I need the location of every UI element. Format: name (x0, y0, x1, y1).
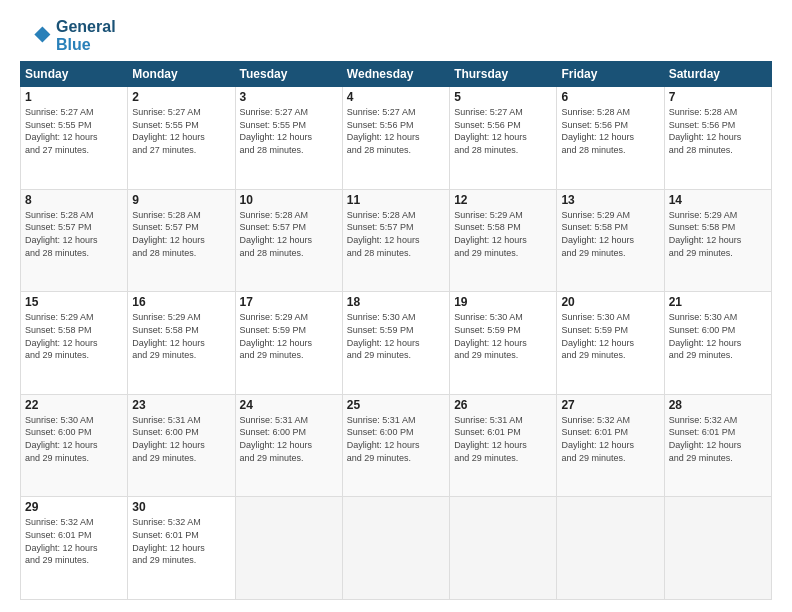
calendar-day-cell: 28Sunrise: 5:32 AM Sunset: 6:01 PM Dayli… (664, 394, 771, 497)
day-number: 7 (669, 90, 767, 104)
calendar-day-cell: 10Sunrise: 5:28 AM Sunset: 5:57 PM Dayli… (235, 189, 342, 292)
calendar-day-cell (342, 497, 449, 600)
day-info: Sunrise: 5:30 AM Sunset: 6:00 PM Dayligh… (669, 311, 767, 361)
calendar-day-cell: 17Sunrise: 5:29 AM Sunset: 5:59 PM Dayli… (235, 292, 342, 395)
day-number: 18 (347, 295, 445, 309)
page: General Blue SundayMondayTuesdayWednesda… (0, 0, 792, 612)
logo-icon (20, 20, 52, 52)
weekday-header-cell: Tuesday (235, 62, 342, 87)
day-info: Sunrise: 5:28 AM Sunset: 5:56 PM Dayligh… (561, 106, 659, 156)
day-info: Sunrise: 5:29 AM Sunset: 5:58 PM Dayligh… (132, 311, 230, 361)
calendar-day-cell: 16Sunrise: 5:29 AM Sunset: 5:58 PM Dayli… (128, 292, 235, 395)
calendar-day-cell: 20Sunrise: 5:30 AM Sunset: 5:59 PM Dayli… (557, 292, 664, 395)
calendar-day-cell: 18Sunrise: 5:30 AM Sunset: 5:59 PM Dayli… (342, 292, 449, 395)
day-number: 27 (561, 398, 659, 412)
calendar-day-cell: 30Sunrise: 5:32 AM Sunset: 6:01 PM Dayli… (128, 497, 235, 600)
calendar-day-cell: 6Sunrise: 5:28 AM Sunset: 5:56 PM Daylig… (557, 87, 664, 190)
weekday-header-cell: Thursday (450, 62, 557, 87)
day-number: 28 (669, 398, 767, 412)
calendar-day-cell: 8Sunrise: 5:28 AM Sunset: 5:57 PM Daylig… (21, 189, 128, 292)
logo-text: General Blue (56, 18, 116, 53)
day-info: Sunrise: 5:30 AM Sunset: 5:59 PM Dayligh… (561, 311, 659, 361)
day-number: 26 (454, 398, 552, 412)
weekday-header-row: SundayMondayTuesdayWednesdayThursdayFrid… (21, 62, 772, 87)
day-info: Sunrise: 5:27 AM Sunset: 5:55 PM Dayligh… (240, 106, 338, 156)
calendar-day-cell (450, 497, 557, 600)
day-number: 25 (347, 398, 445, 412)
day-number: 1 (25, 90, 123, 104)
day-info: Sunrise: 5:28 AM Sunset: 5:57 PM Dayligh… (240, 209, 338, 259)
calendar-day-cell: 13Sunrise: 5:29 AM Sunset: 5:58 PM Dayli… (557, 189, 664, 292)
day-number: 21 (669, 295, 767, 309)
calendar-week-row: 1Sunrise: 5:27 AM Sunset: 5:55 PM Daylig… (21, 87, 772, 190)
day-info: Sunrise: 5:31 AM Sunset: 6:00 PM Dayligh… (347, 414, 445, 464)
day-info: Sunrise: 5:32 AM Sunset: 6:01 PM Dayligh… (25, 516, 123, 566)
day-number: 9 (132, 193, 230, 207)
calendar-day-cell: 26Sunrise: 5:31 AM Sunset: 6:01 PM Dayli… (450, 394, 557, 497)
day-number: 23 (132, 398, 230, 412)
calendar-day-cell (664, 497, 771, 600)
day-number: 2 (132, 90, 230, 104)
logo: General Blue (20, 18, 116, 53)
weekday-header-cell: Friday (557, 62, 664, 87)
day-number: 24 (240, 398, 338, 412)
svg-marker-1 (34, 26, 50, 42)
day-number: 12 (454, 193, 552, 207)
calendar-day-cell: 22Sunrise: 5:30 AM Sunset: 6:00 PM Dayli… (21, 394, 128, 497)
day-number: 16 (132, 295, 230, 309)
calendar-week-row: 15Sunrise: 5:29 AM Sunset: 5:58 PM Dayli… (21, 292, 772, 395)
day-number: 13 (561, 193, 659, 207)
day-number: 15 (25, 295, 123, 309)
day-number: 8 (25, 193, 123, 207)
day-info: Sunrise: 5:31 AM Sunset: 6:00 PM Dayligh… (132, 414, 230, 464)
weekday-header-cell: Monday (128, 62, 235, 87)
calendar-day-cell: 25Sunrise: 5:31 AM Sunset: 6:00 PM Dayli… (342, 394, 449, 497)
day-info: Sunrise: 5:30 AM Sunset: 5:59 PM Dayligh… (454, 311, 552, 361)
weekday-header-cell: Saturday (664, 62, 771, 87)
day-info: Sunrise: 5:29 AM Sunset: 5:58 PM Dayligh… (669, 209, 767, 259)
calendar-day-cell: 11Sunrise: 5:28 AM Sunset: 5:57 PM Dayli… (342, 189, 449, 292)
day-info: Sunrise: 5:31 AM Sunset: 6:00 PM Dayligh… (240, 414, 338, 464)
calendar-day-cell (557, 497, 664, 600)
calendar-day-cell: 12Sunrise: 5:29 AM Sunset: 5:58 PM Dayli… (450, 189, 557, 292)
calendar-day-cell: 29Sunrise: 5:32 AM Sunset: 6:01 PM Dayli… (21, 497, 128, 600)
calendar-week-row: 22Sunrise: 5:30 AM Sunset: 6:00 PM Dayli… (21, 394, 772, 497)
day-number: 10 (240, 193, 338, 207)
calendar-day-cell: 2Sunrise: 5:27 AM Sunset: 5:55 PM Daylig… (128, 87, 235, 190)
calendar-day-cell: 19Sunrise: 5:30 AM Sunset: 5:59 PM Dayli… (450, 292, 557, 395)
calendar-day-cell: 27Sunrise: 5:32 AM Sunset: 6:01 PM Dayli… (557, 394, 664, 497)
calendar-day-cell: 1Sunrise: 5:27 AM Sunset: 5:55 PM Daylig… (21, 87, 128, 190)
calendar-day-cell: 14Sunrise: 5:29 AM Sunset: 5:58 PM Dayli… (664, 189, 771, 292)
calendar-day-cell: 21Sunrise: 5:30 AM Sunset: 6:00 PM Dayli… (664, 292, 771, 395)
calendar-day-cell: 7Sunrise: 5:28 AM Sunset: 5:56 PM Daylig… (664, 87, 771, 190)
day-number: 11 (347, 193, 445, 207)
weekday-header-cell: Sunday (21, 62, 128, 87)
calendar-table: SundayMondayTuesdayWednesdayThursdayFrid… (20, 61, 772, 600)
calendar-day-cell: 9Sunrise: 5:28 AM Sunset: 5:57 PM Daylig… (128, 189, 235, 292)
calendar-day-cell: 5Sunrise: 5:27 AM Sunset: 5:56 PM Daylig… (450, 87, 557, 190)
day-info: Sunrise: 5:29 AM Sunset: 5:59 PM Dayligh… (240, 311, 338, 361)
day-info: Sunrise: 5:27 AM Sunset: 5:56 PM Dayligh… (347, 106, 445, 156)
day-number: 29 (25, 500, 123, 514)
day-info: Sunrise: 5:28 AM Sunset: 5:57 PM Dayligh… (132, 209, 230, 259)
day-info: Sunrise: 5:30 AM Sunset: 6:00 PM Dayligh… (25, 414, 123, 464)
day-info: Sunrise: 5:27 AM Sunset: 5:55 PM Dayligh… (25, 106, 123, 156)
day-info: Sunrise: 5:31 AM Sunset: 6:01 PM Dayligh… (454, 414, 552, 464)
day-info: Sunrise: 5:29 AM Sunset: 5:58 PM Dayligh… (561, 209, 659, 259)
calendar-day-cell: 4Sunrise: 5:27 AM Sunset: 5:56 PM Daylig… (342, 87, 449, 190)
weekday-header-cell: Wednesday (342, 62, 449, 87)
day-info: Sunrise: 5:27 AM Sunset: 5:55 PM Dayligh… (132, 106, 230, 156)
calendar-week-row: 8Sunrise: 5:28 AM Sunset: 5:57 PM Daylig… (21, 189, 772, 292)
calendar-day-cell: 15Sunrise: 5:29 AM Sunset: 5:58 PM Dayli… (21, 292, 128, 395)
calendar-day-cell: 3Sunrise: 5:27 AM Sunset: 5:55 PM Daylig… (235, 87, 342, 190)
day-info: Sunrise: 5:28 AM Sunset: 5:56 PM Dayligh… (669, 106, 767, 156)
calendar-week-row: 29Sunrise: 5:32 AM Sunset: 6:01 PM Dayli… (21, 497, 772, 600)
day-number: 19 (454, 295, 552, 309)
calendar-day-cell (235, 497, 342, 600)
day-info: Sunrise: 5:27 AM Sunset: 5:56 PM Dayligh… (454, 106, 552, 156)
day-number: 3 (240, 90, 338, 104)
header: General Blue (20, 18, 772, 53)
day-info: Sunrise: 5:32 AM Sunset: 6:01 PM Dayligh… (669, 414, 767, 464)
day-number: 5 (454, 90, 552, 104)
day-info: Sunrise: 5:32 AM Sunset: 6:01 PM Dayligh… (132, 516, 230, 566)
